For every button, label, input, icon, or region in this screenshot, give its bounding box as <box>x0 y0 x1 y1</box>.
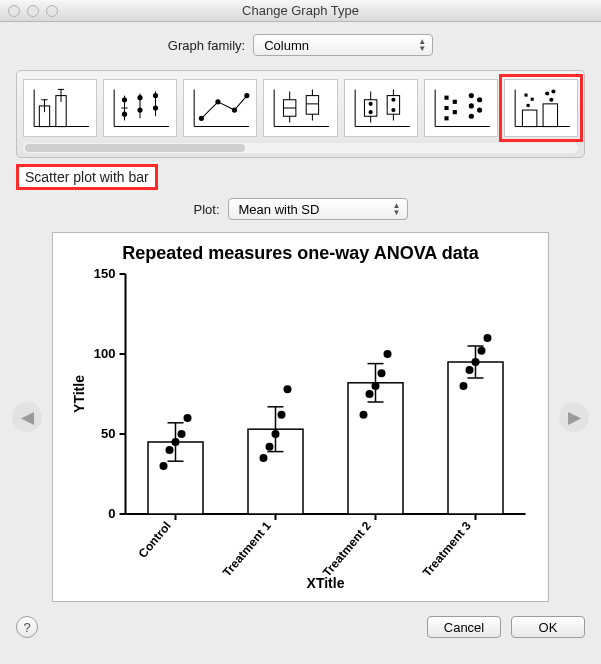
svg-point-43 <box>391 108 395 112</box>
graph-type-aligned-scatter[interactable] <box>424 79 498 137</box>
svg-point-18 <box>153 93 158 98</box>
selected-graph-type-label: Scatter plot with bar <box>16 164 158 190</box>
svg-point-42 <box>391 98 395 102</box>
window-title: Change Graph Type <box>0 3 601 18</box>
chart-svg: 050100150YTitleControlTreatment 1Treatme… <box>61 264 540 594</box>
svg-text:XTitle: XTitle <box>307 575 345 591</box>
preview-prev-button[interactable]: ◀ <box>12 402 42 432</box>
svg-point-116 <box>472 358 480 366</box>
svg-point-93 <box>266 443 274 451</box>
preview-next-button[interactable]: ▶ <box>559 402 589 432</box>
svg-rect-48 <box>444 116 448 120</box>
cancel-button[interactable]: Cancel <box>427 616 501 638</box>
svg-rect-58 <box>522 110 536 127</box>
svg-text:Treatment 3: Treatment 3 <box>420 519 474 580</box>
graph-type-scrollbar[interactable] <box>23 143 578 153</box>
svg-text:Control: Control <box>136 519 174 561</box>
graph-type-scatter[interactable] <box>103 79 177 137</box>
graph-type-thumbnails <box>23 79 578 137</box>
graph-type-scatter-bar[interactable] <box>504 79 578 137</box>
zoom-window-button[interactable] <box>46 5 58 17</box>
svg-rect-50 <box>452 110 456 114</box>
svg-point-94 <box>272 430 280 438</box>
graph-family-row: Graph family: Column ▲▼ <box>16 34 585 56</box>
svg-point-105 <box>372 382 380 390</box>
svg-point-95 <box>278 411 286 419</box>
svg-point-84 <box>178 430 186 438</box>
cancel-button-label: Cancel <box>444 620 484 635</box>
svg-point-38 <box>368 102 372 106</box>
svg-point-53 <box>469 114 474 119</box>
close-window-button[interactable] <box>8 5 20 17</box>
svg-text:Treatment 2: Treatment 2 <box>320 519 374 580</box>
plot-select-value: Mean with SD <box>239 202 320 217</box>
svg-point-52 <box>469 103 474 108</box>
graph-type-strip <box>16 70 585 158</box>
window-controls <box>0 5 58 17</box>
svg-point-103 <box>360 411 368 419</box>
svg-text:100: 100 <box>94 346 116 361</box>
svg-point-81 <box>160 462 168 470</box>
svg-point-55 <box>477 107 482 112</box>
ok-button-label: OK <box>539 620 558 635</box>
svg-point-83 <box>172 438 180 446</box>
svg-point-54 <box>477 97 482 102</box>
svg-point-25 <box>245 93 250 98</box>
plot-select-label: Plot: <box>193 202 219 217</box>
svg-point-82 <box>166 446 174 454</box>
svg-point-85 <box>184 414 192 422</box>
chart-preview-wrap: ◀ ▶ Repeated measures one-way ANOVA data… <box>16 232 585 602</box>
svg-point-107 <box>384 350 392 358</box>
svg-point-104 <box>366 390 374 398</box>
svg-point-96 <box>284 385 292 393</box>
svg-text:0: 0 <box>108 506 115 521</box>
svg-rect-47 <box>444 106 448 110</box>
svg-point-51 <box>469 93 474 98</box>
svg-rect-60 <box>524 94 527 97</box>
svg-point-63 <box>545 91 549 95</box>
svg-rect-59 <box>543 104 557 127</box>
plot-select[interactable]: Mean with SD ▲▼ <box>228 198 408 220</box>
svg-point-65 <box>549 98 553 102</box>
graph-family-select[interactable]: Column ▲▼ <box>253 34 433 56</box>
svg-point-115 <box>466 366 474 374</box>
dialog-buttons: Cancel OK <box>427 616 585 638</box>
scrollbar-knob[interactable] <box>25 144 245 152</box>
svg-rect-49 <box>452 100 456 104</box>
svg-point-118 <box>484 334 492 342</box>
svg-point-117 <box>478 347 486 355</box>
graph-type-box-scatter[interactable] <box>344 79 418 137</box>
titlebar: Change Graph Type <box>0 0 601 22</box>
svg-point-23 <box>216 99 221 104</box>
chart-title: Repeated measures one-way ANOVA data <box>61 243 540 264</box>
svg-point-92 <box>260 454 268 462</box>
minimize-window-button[interactable] <box>27 5 39 17</box>
svg-text:150: 150 <box>94 266 116 281</box>
svg-rect-62 <box>526 104 529 107</box>
dialog-content: Graph family: Column ▲▼ <box>0 22 601 652</box>
chevron-updown-icon: ▲▼ <box>418 38 426 52</box>
svg-text:YTitle: YTitle <box>71 375 87 413</box>
graph-family-value: Column <box>264 38 309 53</box>
svg-point-16 <box>138 107 143 112</box>
svg-point-64 <box>551 89 555 93</box>
graph-type-bar[interactable] <box>23 79 97 137</box>
svg-text:50: 50 <box>101 426 115 441</box>
svg-text:Treatment 1: Treatment 1 <box>220 519 274 580</box>
ok-button[interactable]: OK <box>511 616 585 638</box>
svg-point-19 <box>153 105 158 110</box>
svg-point-22 <box>199 116 204 121</box>
svg-point-114 <box>460 382 468 390</box>
graph-type-line[interactable] <box>183 79 257 137</box>
svg-point-106 <box>378 369 386 377</box>
svg-point-39 <box>368 110 372 114</box>
svg-point-15 <box>138 95 143 100</box>
graph-type-box[interactable] <box>263 79 337 137</box>
svg-point-24 <box>232 107 237 112</box>
svg-point-12 <box>122 97 127 102</box>
help-button[interactable]: ? <box>16 616 38 638</box>
chevron-updown-icon: ▲▼ <box>393 202 401 216</box>
svg-rect-32 <box>307 96 319 115</box>
svg-rect-110 <box>448 362 503 514</box>
graph-family-label: Graph family: <box>168 38 245 53</box>
